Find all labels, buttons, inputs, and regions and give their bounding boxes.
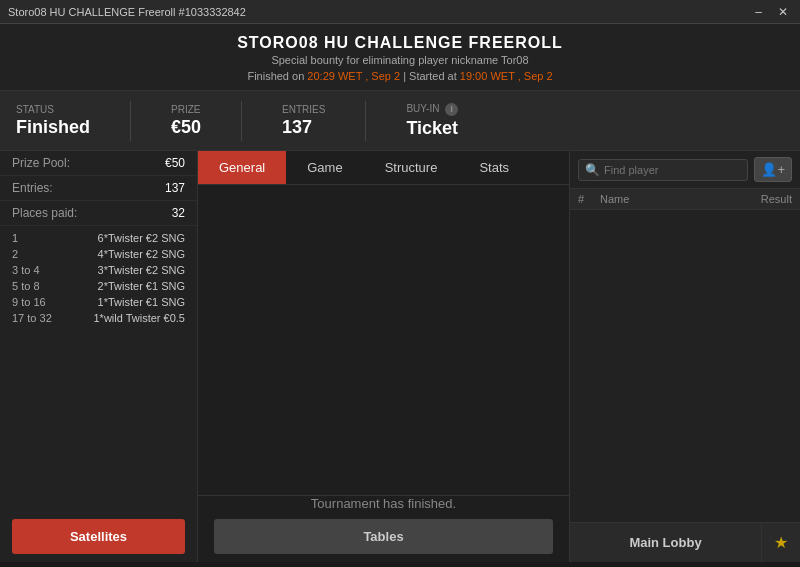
- prize-val: 3*Twister €2 SNG: [98, 264, 185, 276]
- divider-1: [130, 101, 131, 141]
- prize-val: 1*wild Twister €0.5: [93, 312, 185, 324]
- status-item-buyin: Buy-in i Ticket: [406, 103, 458, 139]
- search-input-wrap: 🔍: [578, 159, 748, 181]
- prize-row: 17 to 321*wild Twister €0.5: [12, 310, 185, 326]
- tab-stats[interactable]: Stats: [458, 151, 530, 184]
- tournament-title: STORO08 HU CHALLENGE FREEROLL: [0, 34, 800, 52]
- status-item-status: Status Finished: [16, 104, 90, 138]
- entries-label: Entries: [282, 104, 325, 115]
- places-paid-value: 32: [172, 206, 185, 220]
- right-panel: 🔍 👤+ # Name Result Main Lobby ★: [570, 151, 800, 562]
- prize-pos: 9 to 16: [12, 296, 62, 308]
- tournament-header: STORO08 HU CHALLENGE FREEROLL Special bo…: [0, 24, 800, 91]
- title-bar: Storo08 HU CHALLENGE Freeroll #103333284…: [0, 0, 800, 24]
- places-paid-label: Places paid:: [12, 206, 77, 220]
- prize-pool-row: Prize Pool: €50: [0, 151, 197, 176]
- left-panel: Prize Pool: €50 Entries: 137 Places paid…: [0, 151, 198, 562]
- status-bar: Status Finished Prize €50 Entries 137 Bu…: [0, 91, 800, 151]
- prize-val: 4*Twister €2 SNG: [98, 248, 185, 260]
- main-lobby-bar: Main Lobby ★: [570, 522, 800, 562]
- info-icon[interactable]: i: [445, 103, 458, 116]
- add-player-button[interactable]: 👤+: [754, 157, 792, 182]
- places-paid-row: Places paid: 32: [0, 201, 197, 226]
- minimize-button[interactable]: –: [751, 5, 766, 19]
- center-panel: GeneralGameStructureStats Tournament has…: [198, 151, 570, 562]
- prize-pos: 2: [12, 248, 62, 260]
- tab-structure[interactable]: Structure: [364, 151, 459, 184]
- tournament-subtitle: Special bounty for eliminating player ni…: [0, 54, 800, 66]
- tables-button[interactable]: Tables: [214, 519, 553, 554]
- tab-general[interactable]: General: [198, 151, 286, 184]
- favorite-button[interactable]: ★: [761, 523, 800, 562]
- prize-pos: 1: [12, 232, 62, 244]
- col-hash: #: [578, 193, 600, 205]
- prize-row: 9 to 161*Twister €1 SNG: [12, 294, 185, 310]
- search-bar: 🔍 👤+: [570, 151, 800, 189]
- status-item-prize: Prize €50: [171, 104, 201, 138]
- prize-label: Prize: [171, 104, 201, 115]
- search-icon: 🔍: [585, 163, 600, 177]
- prize-table: 16*Twister €2 SNG24*Twister €2 SNG3 to 4…: [0, 226, 197, 511]
- prize-val: 1*Twister €1 SNG: [98, 296, 185, 308]
- window-controls: – ✕: [751, 5, 792, 19]
- prize-row: 24*Twister €2 SNG: [12, 246, 185, 262]
- buyin-value: Ticket: [406, 118, 458, 139]
- general-content: [198, 185, 569, 495]
- prize-row: 16*Twister €2 SNG: [12, 230, 185, 246]
- finished-message: Tournament has finished.: [198, 496, 569, 511]
- satellites-button[interactable]: Satellites: [12, 519, 185, 554]
- main-content: Prize Pool: €50 Entries: 137 Places paid…: [0, 151, 800, 562]
- tab-game[interactable]: Game: [286, 151, 363, 184]
- finished-label: Finished on: [247, 70, 304, 82]
- prize-val: 6*Twister €2 SNG: [98, 232, 185, 244]
- started-time: 19:00 WET , Sep 2: [460, 70, 553, 82]
- entries-row-label: Entries:: [12, 181, 53, 195]
- col-result: Result: [761, 193, 792, 205]
- status-label: Status: [16, 104, 90, 115]
- search-input[interactable]: [604, 164, 741, 176]
- close-button[interactable]: ✕: [774, 5, 792, 19]
- status-item-entries: Entries 137: [282, 104, 325, 138]
- player-list: [570, 210, 800, 522]
- prize-pool-label: Prize Pool:: [12, 156, 70, 170]
- prize-pos: 3 to 4: [12, 264, 62, 276]
- prize-value: €50: [171, 117, 201, 138]
- tab-bar: GeneralGameStructureStats: [198, 151, 569, 185]
- player-list-header: # Name Result: [570, 189, 800, 210]
- tournament-times: Finished on 20:29 WET , Sep 2 | Started …: [0, 70, 800, 82]
- col-name: Name: [600, 193, 761, 205]
- window-title: Storo08 HU CHALLENGE Freeroll #103333284…: [8, 6, 246, 18]
- entries-value: 137: [282, 117, 325, 138]
- prize-pos: 17 to 32: [12, 312, 62, 324]
- divider-2: [241, 101, 242, 141]
- status-value: Finished: [16, 117, 90, 138]
- buyin-label: Buy-in i: [406, 103, 458, 116]
- finished-time: 20:29 WET , Sep 2: [307, 70, 400, 82]
- prize-val: 2*Twister €1 SNG: [98, 280, 185, 292]
- entries-row-value: 137: [165, 181, 185, 195]
- started-label: | Started at: [403, 70, 457, 82]
- main-lobby-button[interactable]: Main Lobby: [570, 523, 761, 562]
- entries-row: Entries: 137: [0, 176, 197, 201]
- prize-pos: 5 to 8: [12, 280, 62, 292]
- divider-3: [365, 101, 366, 141]
- prize-row: 5 to 82*Twister €1 SNG: [12, 278, 185, 294]
- prize-pool-value: €50: [165, 156, 185, 170]
- prize-row: 3 to 43*Twister €2 SNG: [12, 262, 185, 278]
